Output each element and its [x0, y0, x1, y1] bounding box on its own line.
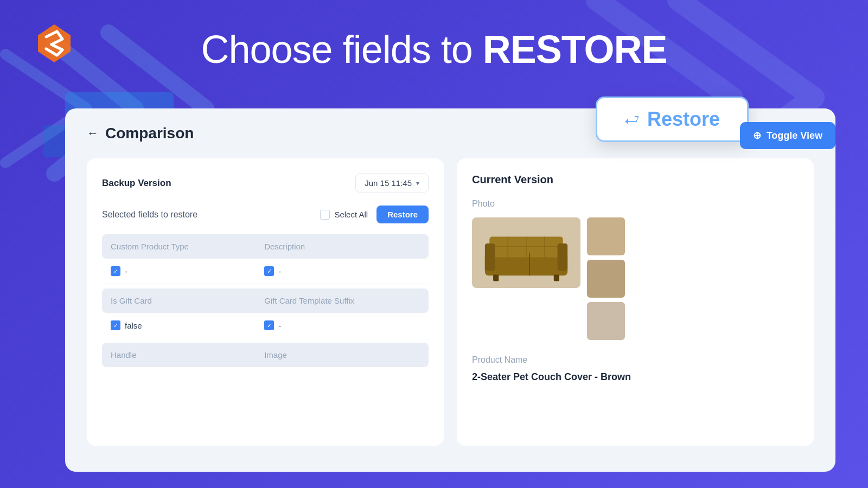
svg-rect-6	[558, 243, 568, 271]
product-images	[472, 217, 799, 340]
value-text-2: -	[278, 267, 281, 276]
product-name-label: Product Name	[472, 355, 799, 365]
checkbox-cell-2: ✓ -	[264, 266, 420, 276]
chevron-down-icon: ▾	[416, 179, 419, 187]
value-dash-cell: ✓ -	[256, 313, 429, 338]
header-handle: Handle	[102, 343, 256, 367]
field-table: Custom Product Type Description ✓ - ✓	[102, 234, 429, 367]
photo-label: Photo	[472, 199, 799, 209]
comparison-title: Comparison	[105, 125, 194, 142]
backup-version-row: Backup Version Jun 15 11:45 ▾	[102, 174, 429, 192]
header-is-gift-card: Is Gift Card	[102, 288, 256, 313]
table-row: ✓ false ✓ -	[102, 313, 429, 338]
title-prefix: Choose fields to	[201, 28, 482, 71]
toggle-icon: ⊕	[753, 130, 761, 142]
select-all-label[interactable]: Select All	[334, 210, 368, 219]
version-value: Jun 15 11:45	[365, 178, 412, 188]
right-panel: Current Version Photo	[457, 158, 814, 446]
checkbox-cell-3: ✓ false	[111, 320, 247, 330]
product-thumb-2	[587, 260, 625, 298]
header-image: Image	[256, 343, 429, 367]
check-icon-4[interactable]: ✓	[264, 320, 274, 330]
title-highlight: RESTORE	[483, 28, 667, 71]
toggle-view-label: Toggle View	[767, 130, 822, 142]
restore-button-floating[interactable]: ⮐ Restore	[596, 97, 749, 142]
product-thumb-1	[587, 217, 625, 255]
product-main-image	[472, 217, 580, 288]
svg-rect-12	[493, 275, 499, 281]
check-icon-2[interactable]: ✓	[264, 266, 274, 276]
current-version-title: Current Version	[472, 174, 799, 186]
check-icon-3[interactable]: ✓	[111, 320, 120, 330]
product-thumb-3	[587, 302, 625, 340]
columns: Backup Version Jun 15 11:45 ▾ Selected f…	[87, 158, 814, 446]
selected-fields-row: Selected fields to restore Select All Re…	[102, 206, 429, 223]
table-row: ✓ - ✓ -	[102, 259, 429, 284]
page-title: Choose fields to RESTORE	[0, 27, 868, 72]
checkbox-cell-4: ✓ -	[264, 320, 420, 330]
couch-svg	[480, 223, 572, 282]
product-name-section: Product Name 2-Seater Pet Couch Cover - …	[472, 355, 799, 383]
value-text: -	[125, 267, 127, 276]
backup-version-label: Backup Version	[102, 178, 171, 189]
value-false: false	[125, 321, 142, 330]
header-gift-card-suffix: Gift Card Template Suffix	[256, 288, 429, 313]
toggle-view-button[interactable]: ⊕ Toggle View	[740, 122, 835, 149]
restore-button-small[interactable]: Restore	[376, 206, 429, 223]
value-cell: ✓ -	[102, 259, 256, 284]
restore-icon: ⮐	[624, 111, 640, 129]
select-all-checkbox[interactable]	[320, 210, 330, 220]
table-header-row-3: Handle Image	[102, 343, 429, 367]
value-dash: -	[278, 321, 281, 330]
value-false-cell: ✓ false	[102, 313, 256, 338]
table-header-row-2: Is Gift Card Gift Card Template Suffix	[102, 288, 429, 313]
select-all-checkbox-group[interactable]: Select All	[320, 210, 368, 220]
back-button[interactable]: ←	[87, 126, 99, 140]
select-all-group: Select All Restore	[320, 206, 429, 223]
header-description: Description	[256, 234, 429, 259]
selected-fields-label: Selected fields to restore	[102, 210, 197, 220]
header-custom-product-type: Custom Product Type	[102, 234, 256, 259]
restore-label: Restore	[647, 108, 720, 131]
checkbox-cell: ✓ -	[111, 266, 247, 276]
table-header-row-1: Custom Product Type Description	[102, 234, 429, 259]
main-card: ← Comparison Backup Version Jun 15 11:45…	[65, 108, 835, 472]
left-panel: Backup Version Jun 15 11:45 ▾ Selected f…	[87, 158, 444, 446]
check-icon[interactable]: ✓	[111, 266, 120, 276]
version-dropdown[interactable]: Jun 15 11:45 ▾	[355, 174, 429, 192]
value-cell-2: ✓ -	[256, 259, 429, 284]
svg-rect-13	[554, 275, 559, 281]
svg-rect-5	[485, 243, 495, 271]
product-name-value: 2-Seater Pet Couch Cover - Brown	[472, 371, 799, 383]
